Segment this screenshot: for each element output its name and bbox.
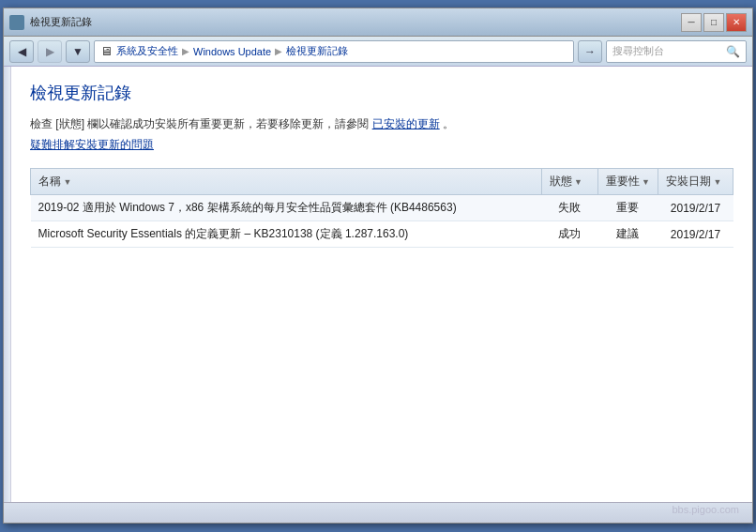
cell-date: 2019/2/17 [658, 221, 733, 248]
address-part3[interactable]: 檢視更新記錄 [286, 44, 348, 58]
address-part2[interactable]: Windows Update [193, 46, 271, 57]
title-bar-buttons: ─ □ ✕ [681, 13, 747, 32]
cell-date: 2019/2/17 [658, 195, 733, 221]
nav-bar: ◀ ▶ ▼ 🖥 系統及安全性 ▶ Windows Update ▶ 檢視更新記錄… [4, 37, 752, 67]
col-header-date[interactable]: 安裝日期 [658, 169, 733, 195]
cell-importance: 重要 [597, 195, 658, 221]
address-sep1: ▶ [182, 46, 189, 56]
cell-name: Microsoft Security Essentials 的定義更新 – KB… [31, 221, 542, 248]
window-icon [9, 15, 24, 30]
forward-button[interactable]: ▶ [38, 40, 62, 63]
table-body: 2019-02 適用於 Windows 7，x86 架構系統的每月安全性品質彙總… [31, 195, 733, 248]
search-icon: 🔍 [726, 45, 740, 58]
table-row[interactable]: 2019-02 適用於 Windows 7，x86 架構系統的每月安全性品質彙總… [31, 195, 733, 221]
main-window: 檢視更新記錄 ─ □ ✕ ◀ ▶ ▼ 🖥 系統及安全性 ▶ Windows Up… [3, 8, 753, 524]
search-bar[interactable]: 搜尋控制台 🔍 [606, 40, 747, 63]
address-part1[interactable]: 系統及安全性 [116, 44, 178, 58]
update-table: 名稱 狀態 重要性 安裝日期 2019-02 適用於 Windows 7，x86… [30, 168, 733, 248]
cell-name: 2019-02 適用於 Windows 7，x86 架構系統的每月安全性品質彙總… [31, 195, 542, 221]
troubleshoot-link[interactable]: 疑難排解安裝更新的問題 [30, 137, 733, 153]
cell-status: 成功 [541, 221, 597, 248]
watermark: bbs.pigoo.com [672, 504, 739, 515]
cell-importance: 建議 [597, 221, 658, 248]
content-area: 檢視更新記錄 檢查 [狀態] 欄以確認成功安裝所有重要更新，若要移除更新，請參閱… [4, 67, 752, 502]
table-row[interactable]: Microsoft Security Essentials 的定義更新 – KB… [31, 221, 733, 248]
close-button[interactable]: ✕ [726, 13, 747, 32]
title-bar-left: 檢視更新記錄 [9, 15, 92, 30]
description-text: 檢查 [狀態] 欄以確認成功安裝所有重要更新，若要移除更新，請參閱 已安裝的更新… [30, 115, 733, 133]
title-bar-text: 檢視更新記錄 [30, 15, 92, 29]
back-button[interactable]: ◀ [9, 40, 34, 63]
installed-updates-link[interactable]: 已安裝的更新 [372, 117, 440, 130]
go-button[interactable]: → [578, 40, 602, 63]
col-header-name[interactable]: 名稱 [31, 169, 542, 195]
status-bar [4, 502, 752, 523]
table-header: 名稱 狀態 重要性 安裝日期 [31, 169, 733, 195]
cell-status: 失敗 [541, 195, 597, 221]
dropdown-button[interactable]: ▼ [66, 40, 90, 63]
minimize-button[interactable]: ─ [681, 13, 702, 32]
col-header-importance[interactable]: 重要性 [597, 169, 658, 195]
left-sidebar [4, 67, 11, 502]
title-bar: 檢視更新記錄 ─ □ ✕ [4, 8, 752, 37]
address-bar: 🖥 系統及安全性 ▶ Windows Update ▶ 檢視更新記錄 [94, 40, 574, 63]
search-placeholder: 搜尋控制台 [612, 44, 664, 58]
col-header-status[interactable]: 狀態 [541, 169, 597, 195]
address-icon: 🖥 [100, 44, 113, 58]
address-sep2: ▶ [275, 46, 282, 56]
main-content: 檢視更新記錄 檢查 [狀態] 欄以確認成功安裝所有重要更新，若要移除更新，請參閱… [11, 67, 752, 502]
page-title: 檢視更新記錄 [30, 82, 733, 104]
maximize-button[interactable]: □ [703, 13, 724, 32]
